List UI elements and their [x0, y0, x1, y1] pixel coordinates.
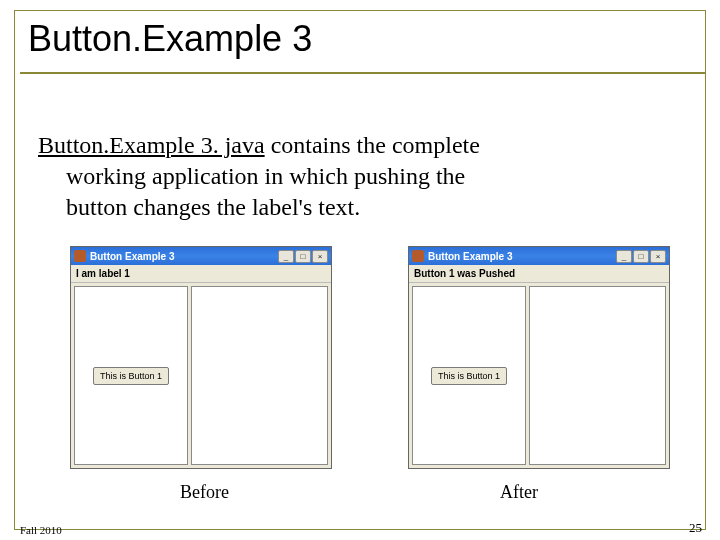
maximize-button[interactable]: □: [633, 250, 649, 263]
client-area-before: This is Button 1: [71, 283, 331, 468]
close-button[interactable]: ×: [650, 250, 666, 263]
java-cup-icon: [74, 250, 86, 262]
right-panel-after: [529, 286, 666, 465]
caption-before: Before: [180, 482, 229, 503]
window-title-after: Button Example 3: [428, 251, 616, 262]
window-controls-before: _ □ ×: [278, 250, 328, 263]
client-area-after: This is Button 1: [409, 283, 669, 468]
body-text-3: button changes the label's text.: [66, 194, 360, 220]
button-1-before[interactable]: This is Button 1: [93, 367, 169, 385]
body-text-1: contains the complete: [265, 132, 480, 158]
minimize-button[interactable]: _: [278, 250, 294, 263]
window-title-before: Button Example 3: [90, 251, 278, 262]
caption-after: After: [500, 482, 538, 503]
window-before: Button Example 3 _ □ × I am label 1 This…: [70, 246, 332, 469]
footer-page-number: 25: [689, 520, 702, 536]
label-before: I am label 1: [71, 265, 331, 283]
close-button[interactable]: ×: [312, 250, 328, 263]
titlebar-after: Button Example 3 _ □ ×: [409, 247, 669, 265]
label-after: Button 1 was Pushed: [409, 265, 669, 283]
minimize-button[interactable]: _: [616, 250, 632, 263]
right-panel-before: [191, 286, 328, 465]
title-underline: [20, 72, 706, 74]
left-panel-after: This is Button 1: [412, 286, 526, 465]
java-cup-icon: [412, 250, 424, 262]
body-text-2: working application in which pushing the: [66, 163, 465, 189]
figures-row: Button Example 3 _ □ × I am label 1 This…: [70, 246, 670, 469]
button-1-after[interactable]: This is Button 1: [431, 367, 507, 385]
source-file-link[interactable]: Button.Example 3. java: [38, 132, 265, 158]
titlebar-before: Button Example 3 _ □ ×: [71, 247, 331, 265]
window-after: Button Example 3 _ □ × Button 1 was Push…: [408, 246, 670, 469]
left-panel-before: This is Button 1: [74, 286, 188, 465]
body-paragraph: Button.Example 3. java contains the comp…: [38, 130, 688, 224]
maximize-button[interactable]: □: [295, 250, 311, 263]
footer-left: Fall 2010: [20, 524, 62, 536]
slide-title: Button.Example 3: [28, 18, 312, 60]
window-controls-after: _ □ ×: [616, 250, 666, 263]
